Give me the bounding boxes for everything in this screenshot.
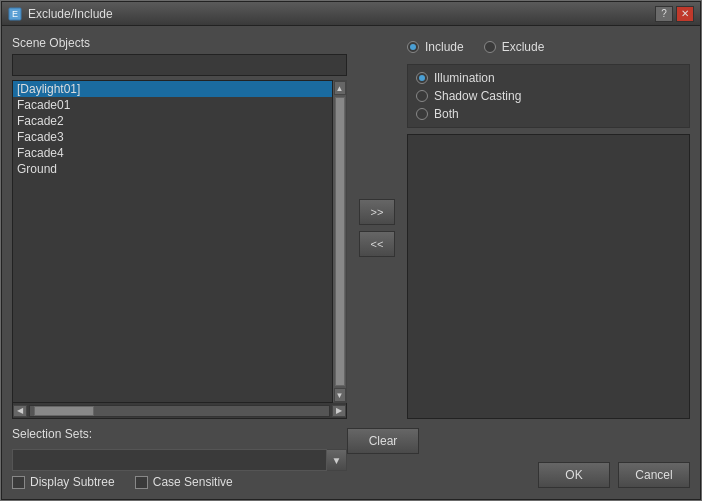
vscroll-up-btn[interactable]: ▲ xyxy=(334,81,346,95)
checkbox-box[interactable] xyxy=(135,476,148,489)
left-panel: Scene Objects [Daylight01]Facade01Facade… xyxy=(12,36,347,419)
list-item[interactable]: Facade2 xyxy=(13,113,332,129)
move-right-button[interactable]: >> xyxy=(359,199,395,225)
include-exclude-row: Include Exclude xyxy=(407,36,690,58)
include-label: Include xyxy=(425,40,464,54)
selection-sets-dropdown-btn[interactable]: ▼ xyxy=(327,449,347,471)
move-left-button[interactable]: << xyxy=(359,231,395,257)
radio-dot[interactable] xyxy=(416,72,428,84)
radio-option[interactable]: Illumination xyxy=(416,71,681,85)
scene-objects-label: Scene Objects xyxy=(12,36,347,50)
title-bar-buttons: ? ✕ xyxy=(655,6,694,22)
list-item[interactable]: Facade4 xyxy=(13,145,332,161)
hscroll-track[interactable] xyxy=(29,405,330,417)
dialog-title: Exclude/Include xyxy=(28,7,113,21)
scene-objects-list[interactable]: [Daylight01]Facade01Facade2Facade3Facade… xyxy=(12,80,333,403)
title-bar: E Exclude/Include ? ✕ xyxy=(2,2,700,26)
light-affect-group: IlluminationShadow CastingBoth xyxy=(407,64,690,128)
list-item[interactable]: [Daylight01] xyxy=(13,81,332,97)
cancel-button[interactable]: Cancel xyxy=(618,462,690,488)
checkboxes-row: Display SubtreeCase Sensitive xyxy=(12,475,347,489)
list-item[interactable]: Facade3 xyxy=(13,129,332,145)
radio-label: Shadow Casting xyxy=(434,89,521,103)
svg-text:E: E xyxy=(12,9,18,19)
right-bottom-area: Clear OK Cancel xyxy=(347,428,690,488)
clear-button[interactable]: Clear xyxy=(347,428,419,454)
list-item[interactable]: Ground xyxy=(13,161,332,177)
list-vscrollbar[interactable]: ▲ ▼ xyxy=(333,80,347,403)
search-input[interactable] xyxy=(12,54,347,76)
help-button[interactable]: ? xyxy=(655,6,673,22)
hscroll-right-btn[interactable]: ▶ xyxy=(332,405,346,417)
list-item[interactable]: Facade01 xyxy=(13,97,332,113)
bottom-bar: Selection Sets: ▼ Display SubtreeCase Se… xyxy=(12,427,690,489)
middle-panel: >> << xyxy=(355,36,399,419)
checkbox-label: Case Sensitive xyxy=(153,475,233,489)
checkbox-item[interactable]: Case Sensitive xyxy=(135,475,233,489)
dialog-content: Scene Objects [Daylight01]Facade01Facade… xyxy=(2,26,700,499)
selection-sets-area: Selection Sets: ▼ Display SubtreeCase Se… xyxy=(12,427,347,489)
included-objects-list[interactable] xyxy=(407,134,690,419)
ok-cancel-area: OK Cancel xyxy=(347,462,690,488)
selection-sets-label: Selection Sets: xyxy=(12,427,347,441)
hscroll-left-btn[interactable]: ◀ xyxy=(13,405,27,417)
checkbox-box[interactable] xyxy=(12,476,25,489)
selection-sets-dropdown-row: ▼ xyxy=(12,449,347,471)
radio-dot[interactable] xyxy=(416,108,428,120)
exclude-radio-dot[interactable] xyxy=(484,41,496,53)
selection-sets-input[interactable] xyxy=(12,449,327,471)
vscroll-down-btn[interactable]: ▼ xyxy=(334,388,346,402)
checkbox-item[interactable]: Display Subtree xyxy=(12,475,115,489)
clear-btn-area: Clear xyxy=(347,428,690,454)
title-bar-left: E Exclude/Include xyxy=(8,7,113,21)
dialog-icon: E xyxy=(8,7,22,21)
hscrollbar-area[interactable]: ◀ ▶ xyxy=(12,403,347,419)
radio-option[interactable]: Shadow Casting xyxy=(416,89,681,103)
close-button[interactable]: ✕ xyxy=(676,6,694,22)
scene-objects-list-container: [Daylight01]Facade01Facade2Facade3Facade… xyxy=(12,80,347,403)
right-panel: Include Exclude IlluminationShadow Casti… xyxy=(407,36,690,419)
radio-option[interactable]: Both xyxy=(416,107,681,121)
ok-button[interactable]: OK xyxy=(538,462,610,488)
radio-label: Illumination xyxy=(434,71,495,85)
hscroll-thumb[interactable] xyxy=(34,406,94,416)
exclude-label: Exclude xyxy=(502,40,545,54)
main-area: Scene Objects [Daylight01]Facade01Facade… xyxy=(12,36,690,419)
radio-label: Both xyxy=(434,107,459,121)
exclude-radio[interactable]: Exclude xyxy=(484,40,545,54)
include-radio[interactable]: Include xyxy=(407,40,464,54)
include-radio-dot[interactable] xyxy=(407,41,419,53)
exclude-include-dialog: E Exclude/Include ? ✕ Scene Objects [Day… xyxy=(1,1,701,500)
vscroll-thumb[interactable] xyxy=(335,97,345,386)
radio-dot[interactable] xyxy=(416,90,428,102)
checkbox-label: Display Subtree xyxy=(30,475,115,489)
